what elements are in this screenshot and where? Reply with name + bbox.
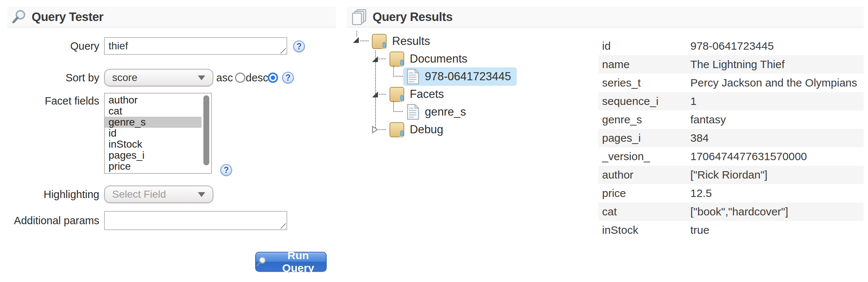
detail-field-value: 978-0641723445 [690,40,864,52]
detail-field-name: price [598,187,690,200]
additional-params-input[interactable] [104,211,287,230]
tree-node-label: Documents [410,52,467,66]
tree-node-Documents[interactable]: Documents [387,50,473,68]
detail-row-author: author["Rick Riordan"] [598,166,864,184]
sort-by-select[interactable]: score [104,69,213,87]
highlighting-label: Highlighting [0,186,99,203]
detail-row-price: price12.5 [598,184,864,202]
detail-row-name: nameThe Lightning Thief [598,55,864,74]
detail-field-name: _version_ [598,150,690,163]
detail-field-name: inStock [598,224,690,236]
facet-option-inStock[interactable]: inStock [105,139,202,150]
detail-field-value: The Lightning Thief [690,58,864,71]
tree-node-label: Debug [410,123,443,136]
detail-field-name: id [598,40,690,52]
tree-connector [379,94,386,95]
detail-field-value: fantasy [690,113,864,126]
expanded-triangle-icon[interactable] [371,55,379,63]
document-icon [405,104,420,120]
documents-stack-icon [351,9,367,25]
tree-connector [379,129,386,130]
detail-field-name: sequence_i [598,95,690,107]
query-input[interactable] [104,37,287,55]
sort-by-value: score [112,72,137,84]
additional-params-wrap [104,211,287,230]
tree-node-label: Results [392,35,430,48]
tree-node-label: genre_s [425,105,466,119]
detail-field-value: 12.5 [690,187,864,200]
highlighting-placeholder: Select Field [112,188,166,200]
query-tester-header: Query Tester [7,7,336,28]
detail-row-_version_: _version_1706474477631570000 [598,147,864,166]
desc-radio[interactable] [268,73,278,83]
query-results-title: Query Results [373,10,452,24]
detail-row-id: id978-0641723445 [598,37,864,55]
detail-field-name: series_t [598,77,690,89]
magnifier-icon [256,256,267,267]
detail-field-name: name [598,58,690,71]
detail-field-value: 384 [690,132,864,144]
facet-option-id[interactable]: id [105,128,202,139]
detail-field-value: 1 [690,95,864,107]
facet-help-icon[interactable]: ? [220,164,232,176]
magnifier-icon [12,10,26,24]
document-icon [405,68,420,85]
tree-node-Facets[interactable]: Facets [387,85,450,103]
detail-field-value: ["Rick Riordan"] [690,169,864,181]
detail-row-series_t: series_tPercy Jackson and the Olympians [598,74,864,92]
detail-field-name: pages_i [598,132,690,144]
tree-connector [360,40,369,41]
folder-icon [371,33,387,50]
query-input-wrap [104,37,287,55]
detail-row-inStock: inStocktrue [598,221,864,239]
query-results-header: Query Results [347,7,864,28]
asc-radio[interactable] [235,73,245,83]
sort-by-label: Sort by [0,69,99,87]
detail-row-sequence_i: sequence_i1 [598,92,864,110]
detail-field-value: ["book","hardcover"] [690,205,864,218]
folder-icon [389,86,405,103]
facet-option-genre_s[interactable]: genre_s [105,117,202,128]
expanded-triangle-icon[interactable] [371,90,379,98]
collapsed-triangle-icon[interactable] [371,126,379,134]
highlighting-select[interactable]: Select Field [104,186,213,203]
run-query-label: Run Query [270,249,326,274]
tree-connector [393,101,403,112]
detail-field-name: author [598,169,690,181]
folder-icon [389,50,405,67]
additional-params-label: Additional params [0,211,99,230]
detail-field-name: cat [598,205,690,218]
tree-node-Results[interactable]: Results [369,32,436,50]
asc-label: asc [216,69,233,87]
folder-icon [389,121,405,138]
facet-option-pages_i[interactable]: pages_i [105,150,202,161]
tree-connector [379,59,386,59]
document-details-table: id978-0641723445nameThe Lightning Thiefs… [598,37,864,239]
detail-field-name: genre_s [598,113,690,126]
facet-fields-list[interactable]: authorcatgenre_sidinStockpages_iprice [104,93,212,174]
facet-option-author[interactable]: author [105,95,202,106]
run-query-button[interactable]: Run Query [255,252,327,272]
query-label: Query [0,37,99,55]
expanded-triangle-icon[interactable] [352,36,360,44]
facet-option-cat[interactable]: cat [105,106,202,117]
query-tester-title: Query Tester [32,10,103,24]
tree-node-genre_s[interactable]: genre_s [403,103,472,121]
chevron-down-icon [198,192,205,197]
tree-node-label: Facets [410,88,444,101]
facet-option-price[interactable]: price [105,161,202,172]
sort-help-icon[interactable]: ? [282,72,294,84]
tree-node-label: 978-0641723445 [425,70,511,83]
tree-node-978-0641723445[interactable]: 978-0641723445 [403,67,517,86]
scrollbar-thumb[interactable] [203,95,209,165]
tree-connector [393,66,403,77]
facet-fields-label: Facet fields [0,93,99,109]
tree-node-Debug[interactable]: Debug [387,121,449,138]
chevron-down-icon [198,75,205,80]
detail-field-value: 1706474477631570000 [690,150,864,163]
query-help-icon[interactable]: ? [293,40,305,52]
detail-row-pages_i: pages_i384 [598,129,864,147]
detail-field-value: true [690,224,864,236]
desc-label: desc [246,69,268,87]
detail-field-value: Percy Jackson and the Olympians [690,77,864,89]
